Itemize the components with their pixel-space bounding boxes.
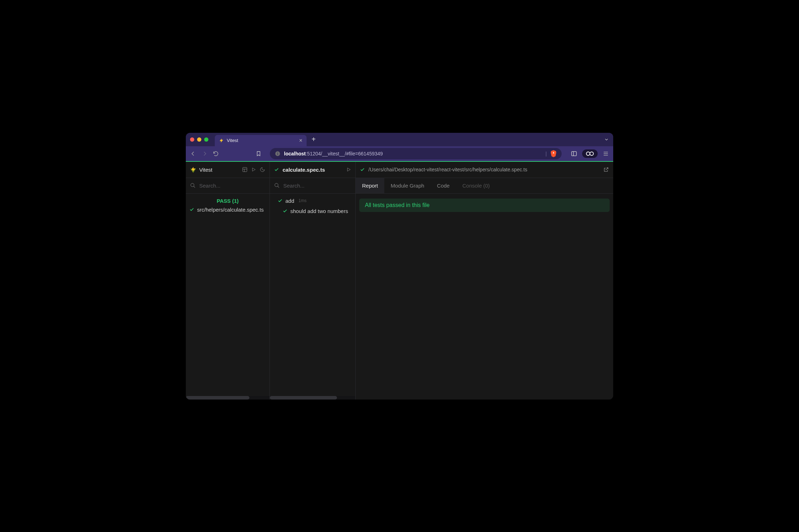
file-full-path: /Users/chai/Desktop/react-vitest/react-v… (368, 167, 527, 172)
app-name: Vitest (199, 167, 212, 173)
tab-title: Vitest (227, 138, 238, 143)
menu-button[interactable] (603, 150, 609, 157)
site-info-icon[interactable] (275, 151, 280, 156)
files-search-input[interactable] (199, 183, 265, 189)
svg-line-12 (278, 186, 279, 188)
svg-rect-8 (243, 167, 247, 172)
window-maximize-button[interactable] (204, 137, 208, 142)
reload-button[interactable] (213, 150, 219, 157)
open-external-icon[interactable] (603, 167, 609, 172)
run-file-button[interactable] (346, 167, 351, 172)
window-minimize-button[interactable] (197, 137, 201, 142)
url-display: localhost:51204/__vitest__/#file=6614593… (284, 151, 383, 156)
url-rest: :51204/__vitest__/#file=661459349 (306, 151, 383, 156)
svg-point-11 (275, 183, 278, 187)
tests-list: add 1ms should add two numbers (270, 194, 355, 400)
suite-duration: 1ms (298, 198, 307, 203)
svg-rect-2 (277, 152, 278, 153)
check-icon (189, 207, 194, 212)
check-icon (283, 208, 288, 213)
details-tabs: Report Module Graph Code Console (0) (356, 178, 613, 194)
scrollbar-thumb[interactable] (270, 396, 337, 400)
files-list: PASS (1) src/helpers/calculate.spec.ts (186, 194, 270, 400)
svg-point-5 (586, 152, 590, 155)
tab-label: Code (437, 183, 450, 189)
scrollbar-thumb[interactable] (186, 396, 249, 400)
vitest-tab-icon (219, 138, 224, 143)
file-name: src/helpers/calculate.spec.ts (197, 207, 264, 213)
search-icon (274, 183, 280, 188)
current-file-name: calculate.spec.ts (283, 167, 325, 173)
pass-summary: PASS (1) (186, 196, 270, 205)
check-icon (274, 167, 279, 172)
test-row[interactable]: should add two numbers (270, 206, 355, 216)
brave-shields-icon[interactable] (550, 150, 557, 157)
vitest-app: Vitest (186, 162, 613, 400)
files-search (186, 178, 270, 194)
report-body: All tests passed in this file (356, 194, 613, 215)
details-panel: /Users/chai/Desktop/react-vitest/react-v… (356, 162, 613, 400)
svg-rect-3 (572, 152, 576, 156)
app-header: Vitest (186, 162, 270, 178)
forward-button[interactable] (201, 150, 208, 157)
tab-report[interactable]: Report (356, 178, 384, 193)
bookmark-button[interactable] (256, 151, 261, 156)
check-icon (360, 167, 365, 172)
vitest-logo: Vitest (190, 166, 212, 173)
details-header: /Users/chai/Desktop/react-vitest/react-v… (356, 162, 613, 178)
address-bar[interactable]: localhost:51204/__vitest__/#file=6614593… (270, 148, 562, 159)
tab-code[interactable]: Code (431, 178, 456, 193)
tests-search-input[interactable] (283, 183, 351, 189)
banner-text: All tests passed in this file (365, 202, 430, 208)
private-mode-icon[interactable] (582, 149, 598, 158)
tab-module-graph[interactable]: Module Graph (384, 178, 431, 193)
tabs-dropdown-button[interactable] (604, 137, 609, 142)
run-all-icon[interactable] (251, 167, 256, 172)
traffic-lights (190, 137, 208, 142)
address-separator: | (545, 151, 547, 156)
toolbar-right (571, 149, 609, 158)
theme-toggle-icon[interactable] (260, 167, 265, 172)
dashboard-icon[interactable] (242, 167, 248, 172)
browser-tab[interactable]: Vitest × (215, 135, 307, 146)
sidebar-toggle-icon[interactable] (571, 150, 577, 157)
tests-search (270, 178, 355, 194)
tab-label: Console (0) (462, 183, 490, 189)
new-tab-button[interactable]: + (312, 135, 316, 143)
check-icon (278, 198, 283, 203)
tests-panel: calculate.spec.ts add 1ms (270, 162, 356, 400)
svg-point-9 (191, 183, 194, 187)
tab-label: Module Graph (391, 183, 424, 189)
file-row[interactable]: src/helpers/calculate.spec.ts (186, 205, 270, 215)
tab-console[interactable]: Console (0) (456, 178, 496, 193)
browser-toolbar: localhost:51204/__vitest__/#file=6614593… (186, 146, 613, 162)
window-close-button[interactable] (190, 137, 194, 142)
back-button[interactable] (190, 150, 196, 157)
tab-label: Report (362, 183, 378, 189)
browser-titlebar: Vitest × + (186, 133, 613, 146)
svg-point-6 (590, 152, 593, 155)
search-icon (190, 183, 196, 188)
svg-line-10 (194, 186, 195, 188)
svg-rect-1 (277, 153, 278, 155)
browser-window: Vitest × + localhost:51204/__vitest__/#f… (186, 133, 613, 400)
files-panel: Vitest (186, 162, 270, 400)
test-name: should add two numbers (290, 208, 348, 214)
suite-name: add (285, 198, 294, 204)
suite-row[interactable]: add 1ms (270, 196, 355, 206)
pass-banner: All tests passed in this file (359, 199, 610, 212)
file-header: calculate.spec.ts (270, 162, 355, 178)
tab-close-button[interactable]: × (299, 138, 302, 143)
url-host: localhost (284, 151, 306, 156)
